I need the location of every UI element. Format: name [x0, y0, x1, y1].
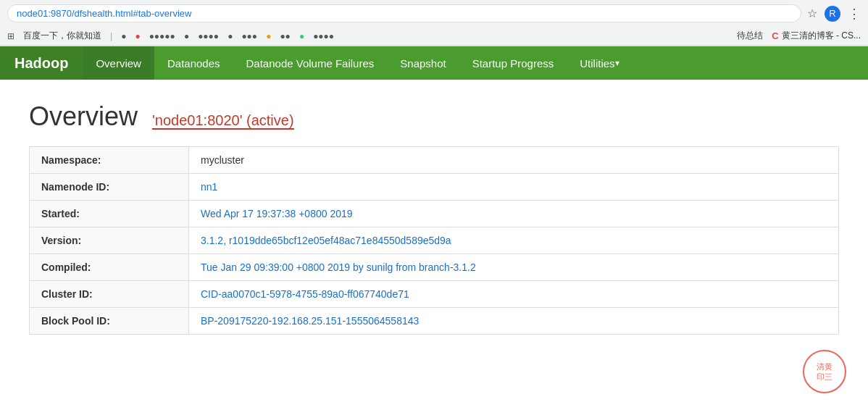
table-row: Namenode ID:nn1 [30, 174, 839, 201]
bookmark-placeholder5[interactable]: ●●●● [198, 31, 219, 41]
bookmark-blog[interactable]: C 黄三清的博客 - CS... [772, 30, 861, 42]
bookmark-placeholder11[interactable]: ●●●● [313, 31, 334, 41]
table-row: Namespace:mycluster [30, 147, 839, 174]
navbar: Hadoop Overview Datanodes Datanode Volum… [0, 46, 868, 80]
row-label: Namespace: [30, 147, 189, 174]
row-value[interactable]: Tue Jan 29 09:39:00 +0800 2019 by sunilg… [189, 254, 839, 281]
bookmark-placeholder2[interactable]: ● [135, 31, 140, 41]
bookmarks-bar: ⊞ 百度一下，你就知道 | ● ● ●●●●● ● ●●●● ● ●●● ● ●… [0, 27, 868, 46]
menu-icon[interactable]: ⋮ [848, 6, 861, 22]
nav-startup-progress[interactable]: Startup Progress [459, 46, 567, 80]
nav-datanode-volume-failures[interactable]: Datanode Volume Failures [233, 46, 388, 80]
bookmark-placeholder8[interactable]: ● [266, 31, 271, 41]
row-label: Version: [30, 227, 189, 254]
table-row: Version:3.1.2, r1019dde65bcf12e05ef48ac7… [30, 227, 839, 254]
page-title-text: Overview [29, 101, 138, 131]
navbar-brand: Hadoop [0, 46, 83, 80]
row-value[interactable]: BP-209175220-192.168.25.151-155506455814… [189, 308, 839, 335]
table-row: Block Pool ID:BP-209175220-192.168.25.15… [30, 308, 839, 335]
bookmark-placeholder4[interactable]: ● [184, 31, 189, 41]
bookmark-placeholder10[interactable]: ● [299, 31, 304, 41]
profile-icon[interactable]: R [825, 6, 840, 22]
row-label: Block Pool ID: [30, 308, 189, 335]
apps-icon: ⊞ [7, 31, 14, 41]
browser-icons: ☆ R ⋮ [807, 6, 861, 22]
nav-utilities[interactable]: Utilities [567, 46, 632, 80]
bookmark-placeholder1[interactable]: ● [121, 31, 126, 41]
bookmark-baidu[interactable]: 百度一下，你就知道 [23, 30, 101, 42]
table-row: Cluster ID:CID-aa0070c1-5978-4755-89a0-f… [30, 281, 839, 308]
address-bar[interactable]: node01:9870/dfshealth.html#tab-overview [7, 4, 801, 22]
nav-overview[interactable]: Overview [83, 46, 154, 80]
table-row: Started:Wed Apr 17 19:37:38 +0800 2019 [30, 201, 839, 227]
address-bar-row: node01:9870/dfshealth.html#tab-overview … [0, 0, 868, 27]
row-value[interactable]: nn1 [189, 174, 839, 201]
bookmark-placeholder7[interactable]: ●●● [241, 31, 257, 41]
nav-datanodes[interactable]: Datanodes [154, 46, 233, 80]
row-value[interactable]: CID-aa0070c1-5978-4755-89a0-ff067740de71 [189, 281, 839, 308]
row-label: Cluster ID: [30, 281, 189, 308]
row-value[interactable]: 3.1.2, r1019dde65bcf12e05ef48ac71e84550d… [189, 227, 839, 254]
page-subtitle: 'node01:8020' (active) [152, 112, 294, 130]
row-label: Compiled: [30, 254, 189, 281]
bookmark-pending[interactable]: 待总结 [737, 30, 763, 42]
table-row: Compiled:Tue Jan 29 09:39:00 +0800 2019 … [30, 254, 839, 281]
browser-chrome: node01:9870/dfshealth.html#tab-overview … [0, 0, 868, 46]
row-label: Started: [30, 201, 189, 227]
bookmark-placeholder6[interactable]: ● [228, 31, 233, 41]
row-value[interactable]: Wed Apr 17 19:37:38 +0800 2019 [189, 201, 839, 227]
row-value: mycluster [189, 147, 839, 174]
page-title: Overview 'node01:8020' (active) [29, 101, 839, 132]
bookmark-placeholder9[interactable]: ●● [280, 31, 291, 41]
navbar-items: Overview Datanodes Datanode Volume Failu… [83, 46, 632, 80]
main-content: Overview 'node01:8020' (active) Namespac… [0, 80, 868, 356]
info-table: Namespace:myclusterNamenode ID:nn1Starte… [29, 146, 839, 335]
star-icon[interactable]: ☆ [807, 7, 817, 20]
nav-snapshot[interactable]: Snapshot [387, 46, 459, 80]
bookmark-placeholder3[interactable]: ●●●●● [149, 31, 175, 41]
row-label: Namenode ID: [30, 174, 189, 201]
